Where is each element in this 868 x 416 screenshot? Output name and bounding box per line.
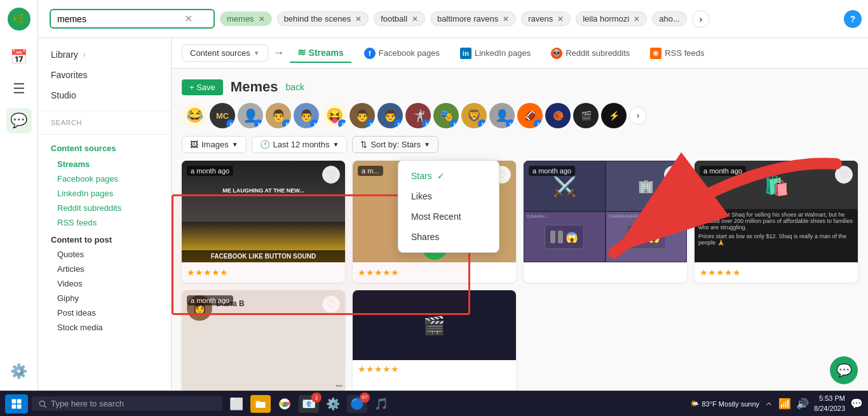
search-input[interactable] bbox=[57, 14, 184, 24]
search-clear-icon[interactable]: ✕ bbox=[184, 13, 193, 25]
nav-library[interactable]: Library › bbox=[38, 44, 171, 65]
start-button[interactable] bbox=[5, 394, 28, 413]
content-sources-btn[interactable]: Content sources ▼ bbox=[182, 44, 268, 62]
nav-stock-media[interactable]: Stock media bbox=[38, 320, 171, 335]
images-icon: 🖼 bbox=[190, 140, 198, 149]
card-4-body: ★★★★★ bbox=[695, 262, 858, 283]
avatar-11[interactable]: 👤f bbox=[489, 103, 515, 128]
tag-baltimore-ravens-remove[interactable]: ✕ bbox=[503, 15, 509, 23]
sort-most-recent-option[interactable]: Most Recent bbox=[398, 206, 499, 227]
nav-favorites[interactable]: Favorites bbox=[38, 65, 171, 85]
taskbar-notification-wrap: 📧 1 bbox=[299, 395, 319, 413]
save-button[interactable]: + Save bbox=[182, 79, 223, 95]
nav-reddit-subreddits[interactable]: Reddit subreddits bbox=[38, 201, 171, 215]
sort-shares-option[interactable]: Shares bbox=[398, 227, 499, 247]
nav-rss-feeds[interactable]: RSS feeds bbox=[38, 215, 171, 230]
nav-articles[interactable]: Articles bbox=[38, 262, 171, 276]
taskbar-network-icon[interactable]: 📶 bbox=[778, 398, 791, 410]
sidebar-settings-icon[interactable]: ⚙️ bbox=[6, 359, 32, 384]
reddit-subreddits-tab-btn[interactable]: 👽 Reddit subreddits bbox=[543, 44, 637, 62]
card-1-bottom-text: FACEBOOK LIKE BUTTON SOUND bbox=[182, 250, 345, 262]
card-4-heart-btn[interactable]: ♡ bbox=[835, 166, 853, 184]
tag-football-remove[interactable]: ✕ bbox=[412, 15, 418, 23]
brand-logo[interactable]: 🌿 bbox=[8, 8, 31, 30]
sidebar-home-icon[interactable]: 📅 bbox=[6, 44, 32, 70]
avatar-14[interactable]: 🎬 bbox=[573, 103, 599, 128]
tag-behind-scenes-remove[interactable]: ✕ bbox=[355, 15, 362, 23]
filter-sort-btn[interactable]: ⇅ Sort by: Stars ▼ bbox=[352, 136, 438, 153]
avatar-7[interactable]: 👨f bbox=[377, 103, 403, 128]
rss-feeds-tab-btn[interactable]: ◉ RSS feeds bbox=[642, 44, 712, 62]
avatar-6[interactable]: 👨f bbox=[349, 103, 375, 128]
card-5-heart-btn[interactable]: ♡ bbox=[322, 295, 340, 313]
avatar-10[interactable]: 🦁f bbox=[461, 103, 487, 128]
taskbar-app-wrap: 🔵 67 bbox=[347, 395, 367, 413]
taskbar-volume-icon[interactable]: 🔊 bbox=[796, 398, 809, 410]
avatar-next-icon[interactable]: › bbox=[629, 107, 647, 124]
tag-football[interactable]: football ✕ bbox=[374, 11, 425, 26]
time-filter-chevron-icon: ▼ bbox=[332, 141, 339, 148]
streams-tab-btn[interactable]: ≋ Streams bbox=[290, 43, 351, 63]
avatar-15[interactable]: ⚡ bbox=[601, 103, 627, 128]
card-4-timestamp: a month ago bbox=[700, 166, 746, 176]
avatar-13[interactable]: 🏀 bbox=[545, 103, 571, 128]
linkedin-pages-tab-btn[interactable]: in LinkedIn pages bbox=[452, 44, 538, 62]
nav-linkedin-pages[interactable]: LinkedIn pages bbox=[38, 186, 171, 201]
tag-ravens[interactable]: ravens ✕ bbox=[521, 11, 571, 26]
tag-memes[interactable]: memes ✕ bbox=[220, 11, 272, 26]
card-3-body bbox=[524, 262, 687, 272]
nav-videos[interactable]: Videos bbox=[38, 276, 171, 291]
search-box[interactable]: ✕ bbox=[50, 9, 215, 29]
taskbar-weather[interactable]: 🌤️ 83°F Mostly sunny bbox=[690, 399, 759, 408]
notification-count-badge: 1 bbox=[311, 393, 322, 403]
tag-behind-scenes[interactable]: behind the scenes ✕ bbox=[277, 11, 369, 26]
filter-bar: 🖼 Images ▼ 🕐 Last 12 months ▼ ⇅ Sort by:… bbox=[182, 136, 858, 153]
svg-rect-4 bbox=[17, 404, 22, 408]
nav-facebook-pages[interactable]: Facebook pages bbox=[38, 171, 171, 186]
avatar-3[interactable]: 👨f bbox=[266, 103, 291, 128]
avatar-4[interactable]: 👨f bbox=[294, 103, 319, 128]
nav-studio[interactable]: Studio bbox=[38, 85, 171, 105]
taskbar-music-icon[interactable]: 🎵 bbox=[371, 395, 391, 413]
avatar-9[interactable]: 🎭f bbox=[433, 103, 459, 128]
taskbar-clock[interactable]: 5:53 PM 8/24/2023 bbox=[814, 394, 845, 413]
nav-giphy[interactable]: Giphy bbox=[38, 291, 171, 305]
filter-time-btn[interactable]: 🕐 Last 12 months ▼ bbox=[252, 136, 348, 153]
content-to-post-title: Content to post bbox=[38, 230, 171, 247]
taskbar-notification-center-icon[interactable]: 💬 bbox=[850, 398, 863, 410]
sort-stars-option[interactable]: Stars ✓ bbox=[398, 166, 499, 186]
taskbar-task-view-icon[interactable]: ⬜ bbox=[226, 395, 247, 413]
card-3-heart-btn[interactable]: ♡ bbox=[664, 166, 682, 184]
avatar-12[interactable]: 🏈f bbox=[517, 103, 543, 128]
tag-leila-hormozi[interactable]: leila hormozi ✕ bbox=[576, 11, 647, 26]
tag-aho[interactable]: aho... bbox=[652, 11, 687, 26]
nav-streams[interactable]: Streams bbox=[38, 157, 171, 171]
filter-images-btn[interactable]: 🖼 Images ▼ bbox=[182, 136, 247, 153]
help-button[interactable]: ? bbox=[844, 10, 862, 28]
avatar-2[interactable]: 👤f bbox=[238, 103, 263, 128]
tag-ravens-remove[interactable]: ✕ bbox=[557, 15, 564, 23]
avatar-8[interactable]: 🤺f bbox=[405, 103, 431, 128]
taskbar-search[interactable]: Type here to search bbox=[32, 396, 222, 411]
nav-post-ideas[interactable]: Post ideas bbox=[38, 305, 171, 320]
tag-memes-remove[interactable]: ✕ bbox=[259, 15, 265, 23]
card-1-heart-btn[interactable]: ♡ bbox=[322, 166, 340, 184]
tag-baltimore-ravens[interactable]: baltimore ravens ✕ bbox=[430, 11, 516, 26]
facebook-pages-tab-btn[interactable]: f Facebook pages bbox=[356, 44, 447, 62]
tag-leila-hormozi-remove[interactable]: ✕ bbox=[634, 15, 640, 23]
taskbar-explorer-icon[interactable] bbox=[250, 395, 271, 413]
chat-bubble-btn[interactable]: 💬 bbox=[830, 356, 858, 384]
taskbar-chrome-icon[interactable] bbox=[275, 395, 295, 413]
back-link[interactable]: back bbox=[285, 82, 304, 92]
top-bar: 🌿 ✕ memes ✕ behind the scenes ✕ football… bbox=[0, 0, 868, 38]
taskbar-settings-icon[interactable]: ⚙️ bbox=[323, 395, 343, 413]
avatar-0[interactable]: 😂 bbox=[182, 103, 207, 128]
nav-quotes[interactable]: Quotes bbox=[38, 247, 171, 262]
svg-rect-3 bbox=[12, 404, 17, 408]
avatar-5[interactable]: 😝f bbox=[322, 103, 347, 128]
avatar-1[interactable]: MCf bbox=[210, 103, 235, 128]
sort-likes-option[interactable]: Likes bbox=[398, 186, 499, 206]
tags-chevron-right[interactable]: › bbox=[692, 10, 710, 28]
sidebar-list-icon[interactable]: ☰ bbox=[6, 76, 32, 102]
sidebar-chat-icon[interactable]: 💬 bbox=[6, 108, 32, 133]
